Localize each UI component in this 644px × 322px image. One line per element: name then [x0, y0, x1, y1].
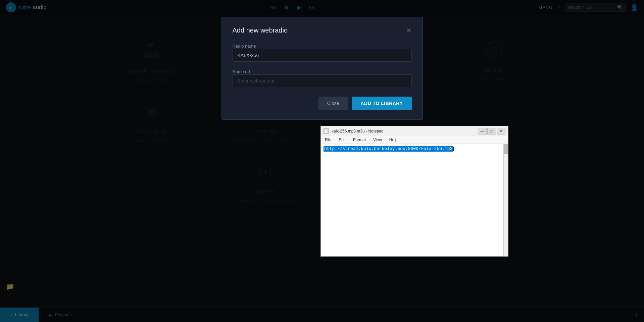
- notepad-window-controls: — □ ✕: [478, 128, 505, 135]
- notepad-title: kalx-256.mp3.m3u - Notepad: [332, 129, 475, 133]
- notepad-cursor: [453, 147, 454, 151]
- notepad-menu-help[interactable]: Help: [388, 137, 399, 143]
- notepad-menu-edit[interactable]: Edit: [337, 137, 347, 143]
- notepad-minimize-button[interactable]: —: [478, 128, 487, 135]
- modal-close-x[interactable]: ✕: [406, 27, 412, 34]
- radio-url-label: Radio url: [233, 69, 250, 74]
- modal-header: Add new webradio ✕: [233, 26, 412, 34]
- notepad-menu-view[interactable]: View: [372, 137, 383, 143]
- radio-url-input[interactable]: [233, 74, 412, 87]
- modal-actions: Close ADD TO LIBRARY: [233, 97, 412, 110]
- add-webradio-modal: Add new webradio ✕ Radio name Radio url …: [221, 17, 423, 120]
- notepad-file-icon: 📄: [324, 128, 329, 134]
- notepad-titlebar: 📄 kalx-256.mp3.m3u - Notepad — □ ✕: [321, 126, 508, 136]
- notepad-close-button[interactable]: ✕: [497, 128, 505, 135]
- notepad-scrollbar[interactable]: [503, 144, 508, 256]
- radio-name-input[interactable]: [233, 49, 412, 62]
- notepad-window: 📄 kalx-256.mp3.m3u - Notepad — □ ✕ File …: [320, 126, 508, 257]
- modal-title: Add new webradio: [233, 26, 288, 34]
- notepad-content[interactable]: http://stream.kalx.berkeley.edu:8000/kal…: [321, 144, 508, 256]
- notepad-menubar: File Edit Format View Help: [321, 136, 508, 144]
- radio-name-label: Radio name: [233, 44, 256, 49]
- add-to-library-button[interactable]: ADD TO LIBRARY: [352, 97, 412, 110]
- notepad-selected-text: http://stream.kalx.berkeley.edu:8000/kal…: [324, 146, 453, 152]
- notepad-menu-file[interactable]: File: [324, 137, 333, 143]
- notepad-menu-format[interactable]: Format: [352, 137, 367, 143]
- close-button[interactable]: Close: [318, 97, 348, 110]
- notepad-maximize-button[interactable]: □: [487, 128, 496, 135]
- notepad-scrollbar-thumb[interactable]: [504, 144, 508, 154]
